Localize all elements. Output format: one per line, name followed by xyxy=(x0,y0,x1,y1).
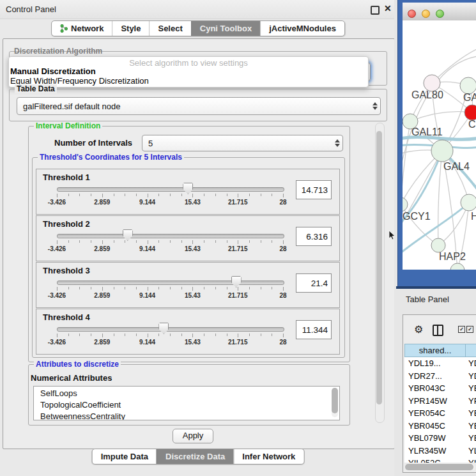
threshold-panel: Threshold 1 -3.4262.8599.14415.4321.7152… xyxy=(36,169,340,215)
threshold-slider-track[interactable] xyxy=(57,327,284,332)
threshold-label: Threshold 4 xyxy=(43,312,90,322)
network-node[interactable] xyxy=(450,263,464,270)
tab-cyni-toolbox[interactable]: Cyni Toolbox xyxy=(191,21,260,36)
control-panel: Control Panel ✕ Network Style Select Cyn… xyxy=(0,0,396,476)
threshold-slider-track[interactable] xyxy=(57,280,284,285)
axis-tick-label: 15.43 xyxy=(185,292,201,299)
tab-jactivemnodules[interactable]: jActiveMNodules xyxy=(260,21,344,36)
tab-network[interactable]: Network xyxy=(52,21,112,36)
algorithm-group-title: Discretization Algorithm xyxy=(14,47,102,56)
threshold-panel: Threshold 4 -3.4262.8599.14415.4321.7152… xyxy=(36,309,340,355)
panel-scrollbar-thumb[interactable] xyxy=(376,131,382,404)
minimize-traffic-light-icon[interactable] xyxy=(422,10,430,18)
attributes-list-scrollbar[interactable] xyxy=(332,388,338,417)
threshold-value-field[interactable]: 11.344 xyxy=(296,320,332,339)
float-window-icon[interactable] xyxy=(371,6,380,15)
threshold-slider-thumb[interactable] xyxy=(158,323,169,334)
table-hscrollbar-thumb[interactable] xyxy=(405,464,473,470)
network-node-label: GA xyxy=(463,92,476,103)
axis-tick-label: -3.426 xyxy=(48,339,66,346)
table-body: YDL19...YDL19YDR27...YDR27YBR043CYBR04YP… xyxy=(404,357,476,463)
network-node[interactable] xyxy=(431,140,453,162)
zoom-traffic-light-icon[interactable] xyxy=(436,10,444,18)
axis-tick-label: -3.426 xyxy=(48,245,66,252)
axis-tick-label: 21.715 xyxy=(228,339,248,346)
network-edge[interactable] xyxy=(403,121,410,204)
network-canvas[interactable]: GAL80GACGAL11GAL4GCY1HHAP2 xyxy=(403,20,476,270)
table-row[interactable]: YER054CYER05 xyxy=(404,408,476,420)
cell-shared-name: YBR045C xyxy=(408,421,463,431)
algorithm-option-manual[interactable]: Manual Discretization xyxy=(10,66,96,76)
control-panel-titlebar: Control Panel ✕ xyxy=(0,0,396,19)
table-row[interactable]: YBR045CYBR04 xyxy=(404,421,476,433)
interval-group-title: Interval Definition xyxy=(34,121,102,130)
cell-shared-name: YIL052C xyxy=(408,458,463,463)
cell-name: YIL05 xyxy=(468,458,476,463)
tab-discretize-data[interactable]: Discretize Data xyxy=(157,449,233,464)
network-node[interactable] xyxy=(431,238,445,252)
network-node[interactable] xyxy=(403,197,408,211)
network-edge[interactable] xyxy=(403,137,476,140)
tab-infer-network[interactable]: Infer Network xyxy=(233,449,303,464)
algorithm-dropdown-popup: Select algorithm to view settings Manual… xyxy=(8,56,369,88)
threshold-value-field[interactable]: 6.316 xyxy=(296,227,332,246)
mouse-cursor xyxy=(388,231,395,240)
network-edge[interactable] xyxy=(410,112,472,121)
table-row[interactable]: YIL052CYIL05 xyxy=(404,458,476,463)
threshold-slider-thumb[interactable] xyxy=(123,229,133,241)
threshold-label: Threshold 1 xyxy=(43,173,90,182)
network-node[interactable] xyxy=(461,194,476,211)
table-header-row: shared... n xyxy=(404,344,476,357)
number-of-intervals-combobox[interactable]: 5 xyxy=(142,135,343,151)
table-row[interactable]: YBL079WYBL07 xyxy=(404,433,476,445)
threshold-value-field[interactable]: 21.4 xyxy=(296,273,332,293)
column-header-name[interactable]: n xyxy=(466,344,476,357)
threshold-slider-thumb[interactable] xyxy=(231,276,242,288)
axis-tick-label: 2.859 xyxy=(94,199,110,206)
numerical-attributes-label: Numerical Attributes xyxy=(31,373,112,383)
table-row[interactable]: YDL19...YDL19 xyxy=(404,358,476,371)
gear-icon[interactable]: ⚙ xyxy=(414,323,423,335)
attribute-list-item[interactable]: TopologicalCoefficient xyxy=(40,400,121,410)
table-data-group-title: Table Data xyxy=(15,84,57,93)
threshold-slider-track[interactable] xyxy=(57,234,284,238)
threshold-label: Threshold 2 xyxy=(43,219,90,229)
close-icon[interactable]: ✕ xyxy=(384,3,392,13)
network-node-label: GAL80 xyxy=(411,89,443,100)
attributes-scrollbar-thumb[interactable] xyxy=(332,388,338,413)
cell-shared-name: YER054C xyxy=(408,408,463,418)
attributes-list[interactable]: SelfLoopsTopologicalCoefficientBetweenne… xyxy=(33,386,340,420)
threshold-value-field[interactable]: 14.713 xyxy=(296,180,332,199)
attribute-list-item[interactable]: SelfLoops xyxy=(40,388,77,398)
table-row[interactable]: YPR145WYPR14 xyxy=(404,396,476,408)
attribute-list-item[interactable]: BetweennessCentrality xyxy=(40,411,125,420)
network-edge[interactable] xyxy=(438,151,442,245)
threshold-slider-thumb[interactable] xyxy=(183,183,193,194)
tab-select[interactable]: Select xyxy=(149,21,190,36)
axis-tick-label: 2.859 xyxy=(94,245,110,252)
table-row[interactable]: YDR27...YDR27 xyxy=(404,371,476,383)
table-row[interactable]: YBR043CYBR04 xyxy=(404,383,476,395)
split-table-icon[interactable] xyxy=(433,325,443,336)
table-horizontal-scrollbar[interactable] xyxy=(404,464,475,470)
table-panel: ⚙ ✓ ✓ shared... n YDL19...YDL19YDR27...Y… xyxy=(403,314,476,473)
tab-style[interactable]: Style xyxy=(112,21,149,36)
table-data-value: galFiltered.sif default node xyxy=(17,102,370,111)
axis-tick-label: -3.426 xyxy=(48,199,66,206)
column-header-shared-name[interactable]: shared... xyxy=(404,344,466,357)
cell-name: YDL19 xyxy=(468,358,476,368)
cell-shared-name: YLR345W xyxy=(408,446,463,456)
cell-name: YPR14 xyxy=(468,396,476,406)
panel-scrollbar[interactable] xyxy=(375,123,385,423)
checkbox-icon[interactable]: ✓ xyxy=(466,326,473,333)
network-node-label: GAL4 xyxy=(443,161,470,172)
close-traffic-light-icon[interactable] xyxy=(408,10,416,18)
thresholds-group-title: Threshold's Coordinates for 5 Intervals xyxy=(38,153,184,162)
table-data-combobox[interactable]: galFiltered.sif default node xyxy=(17,97,381,115)
tab-impute-data[interactable]: Impute Data xyxy=(93,449,157,464)
checkbox-icon[interactable]: ✓ xyxy=(458,326,465,333)
table-row[interactable]: YLR345WYLR34 xyxy=(404,446,476,458)
axis-tick-label: 28 xyxy=(279,292,286,299)
apply-button[interactable]: Apply xyxy=(173,429,213,443)
threshold-slider-track[interactable] xyxy=(57,187,284,192)
